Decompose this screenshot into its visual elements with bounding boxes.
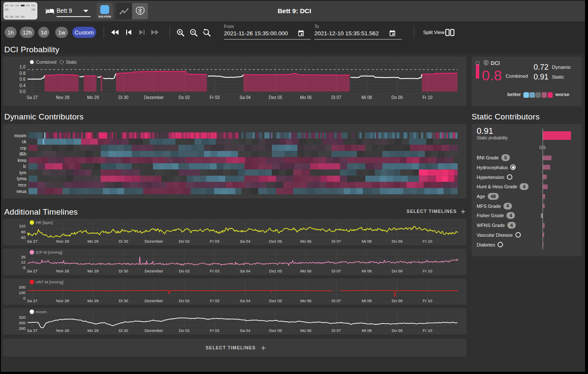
svg-text:60: 60 xyxy=(21,235,25,240)
svg-text:Dezember: Dezember xyxy=(144,239,163,244)
svg-text:HR [bpm]: HR [bpm] xyxy=(36,220,53,225)
svg-text:lc: lc xyxy=(23,164,26,169)
svg-text:100: 100 xyxy=(19,290,25,295)
svg-text:lyma: lyma xyxy=(17,176,26,181)
svg-text:krea: krea xyxy=(18,158,27,163)
svg-text:Dez 05: Dez 05 xyxy=(269,95,283,100)
svg-text:Fr 03: Fr 03 xyxy=(210,298,219,303)
svg-text:Dez 05: Dez 05 xyxy=(269,269,282,273)
svg-text:Do 09: Do 09 xyxy=(392,328,402,333)
svg-text:Mi 08: Mi 08 xyxy=(362,298,371,303)
svg-text:Fr 03: Fr 03 xyxy=(210,328,219,333)
svg-text:Do 02: Do 02 xyxy=(179,269,189,273)
svg-text:Fr 03: Fr 03 xyxy=(210,239,219,244)
svg-text:neua: neua xyxy=(17,189,27,194)
svg-text:Dez 05: Dez 05 xyxy=(269,298,282,303)
svg-text:Nov 28: Nov 28 xyxy=(56,298,69,303)
svg-text:Mo 29: Mo 29 xyxy=(87,95,99,100)
svg-text:Mo 06: Mo 06 xyxy=(300,328,311,333)
svg-text:12: 12 xyxy=(21,260,25,264)
svg-text:Static: Static xyxy=(66,60,77,65)
svg-text:Sa 04: Sa 04 xyxy=(240,269,250,273)
svg-text:0.0: 0.0 xyxy=(20,89,25,94)
svg-text:Di 30: Di 30 xyxy=(119,328,128,333)
svg-text:ICP M [mmHg]: ICP M [mmHg] xyxy=(36,250,62,255)
svg-text:Do 02: Do 02 xyxy=(178,95,190,100)
svg-text:Mi 08: Mi 08 xyxy=(362,328,371,333)
svg-text:Combined: Combined xyxy=(36,60,57,65)
svg-text:Di 07: Di 07 xyxy=(331,328,341,333)
svg-text:Mo 06: Mo 06 xyxy=(300,298,311,303)
svg-text:Sa 04: Sa 04 xyxy=(240,239,250,244)
svg-text:Mo 29: Mo 29 xyxy=(88,239,99,244)
svg-text:Mi 08: Mi 08 xyxy=(362,269,371,273)
svg-text:Do 02: Do 02 xyxy=(179,239,189,244)
svg-text:Fr 03: Fr 03 xyxy=(210,95,220,100)
svg-text:Do 09: Do 09 xyxy=(391,95,403,100)
svg-text:Mo 29: Mo 29 xyxy=(88,269,99,273)
svg-text:-5: -5 xyxy=(22,265,25,270)
svg-text:Mo 29: Mo 29 xyxy=(88,298,99,303)
svg-text:Fr 10: Fr 10 xyxy=(423,298,432,303)
svg-text:Sa 04: Sa 04 xyxy=(240,95,251,100)
svg-text:Sa 04: Sa 04 xyxy=(240,298,250,303)
svg-text:Nov 28: Nov 28 xyxy=(56,328,69,333)
svg-text:Mo 06: Mo 06 xyxy=(300,239,311,244)
svg-text:Nov 28: Nov 28 xyxy=(56,95,70,100)
svg-text:Sa 04: Sa 04 xyxy=(240,328,250,333)
svg-text:Sa 27: Sa 27 xyxy=(27,269,37,273)
svg-text:Dezember: Dezember xyxy=(144,328,163,333)
svg-text:Do 09: Do 09 xyxy=(392,239,402,244)
svg-text:Di 07: Di 07 xyxy=(331,298,341,303)
svg-text:mosm: mosm xyxy=(14,133,26,138)
svg-text:Di 30: Di 30 xyxy=(119,95,129,100)
svg-text:80: 80 xyxy=(21,230,25,234)
svg-text:Di 30: Di 30 xyxy=(119,269,128,273)
svg-text:Mo 06: Mo 06 xyxy=(300,269,311,273)
svg-text:mcv: mcv xyxy=(18,182,27,187)
svg-text:Do 02: Do 02 xyxy=(179,298,189,303)
svg-text:lym: lym xyxy=(20,170,27,175)
svg-text:110: 110 xyxy=(19,224,25,228)
svg-text:Sa 27: Sa 27 xyxy=(27,328,37,333)
svg-text:Mo 29: Mo 29 xyxy=(88,328,99,333)
svg-text:ART M [mmHg]: ART M [mmHg] xyxy=(36,280,63,284)
svg-text:Nov 28: Nov 28 xyxy=(56,239,69,244)
svg-text:0.4: 0.4 xyxy=(20,83,25,88)
svg-text:0.8: 0.8 xyxy=(20,71,25,76)
svg-text:200: 200 xyxy=(19,285,25,289)
svg-text:Di 07: Di 07 xyxy=(331,269,341,273)
svg-text:0.6: 0.6 xyxy=(20,77,25,82)
svg-text:Mo 06: Mo 06 xyxy=(300,95,312,100)
svg-text:Do 09: Do 09 xyxy=(392,269,402,273)
svg-text:ck: ck xyxy=(22,139,27,144)
svg-text:Dezember: Dezember xyxy=(144,269,163,273)
svg-text:Mi 08: Mi 08 xyxy=(362,95,372,100)
svg-text:il6h: il6h xyxy=(20,151,27,156)
svg-text:crp: crp xyxy=(20,145,26,150)
svg-text:Fr 10: Fr 10 xyxy=(423,239,432,244)
svg-text:1.0: 1.0 xyxy=(20,65,25,69)
svg-text:Fr 03: Fr 03 xyxy=(210,269,219,273)
svg-text:Do 09: Do 09 xyxy=(392,298,402,303)
svg-text:Dez 05: Dez 05 xyxy=(269,328,282,333)
svg-text:Sa 27: Sa 27 xyxy=(27,239,37,244)
svg-text:Di 30: Di 30 xyxy=(119,239,128,244)
svg-text:Dezember: Dezember xyxy=(144,298,163,303)
svg-text:Nov 28: Nov 28 xyxy=(56,269,69,273)
svg-text:320: 320 xyxy=(19,315,25,320)
svg-text:mosm: mosm xyxy=(36,309,47,314)
svg-text:Dez 05: Dez 05 xyxy=(269,239,282,244)
svg-text:Mi 08: Mi 08 xyxy=(362,239,371,244)
svg-text:Do 02: Do 02 xyxy=(179,328,189,333)
svg-text:Di 07: Di 07 xyxy=(331,95,342,100)
svg-text:Di 07: Di 07 xyxy=(331,239,341,244)
svg-text:Di 30: Di 30 xyxy=(119,298,128,303)
svg-text:Fr 10: Fr 10 xyxy=(423,95,433,100)
svg-text:Sa 27: Sa 27 xyxy=(27,298,37,303)
svg-text:Fr 10: Fr 10 xyxy=(423,269,432,273)
svg-text:300: 300 xyxy=(19,320,25,325)
svg-text:280: 280 xyxy=(19,326,25,331)
svg-text:Sa 27: Sa 27 xyxy=(27,95,38,100)
svg-text:Dezember: Dezember xyxy=(144,95,164,100)
